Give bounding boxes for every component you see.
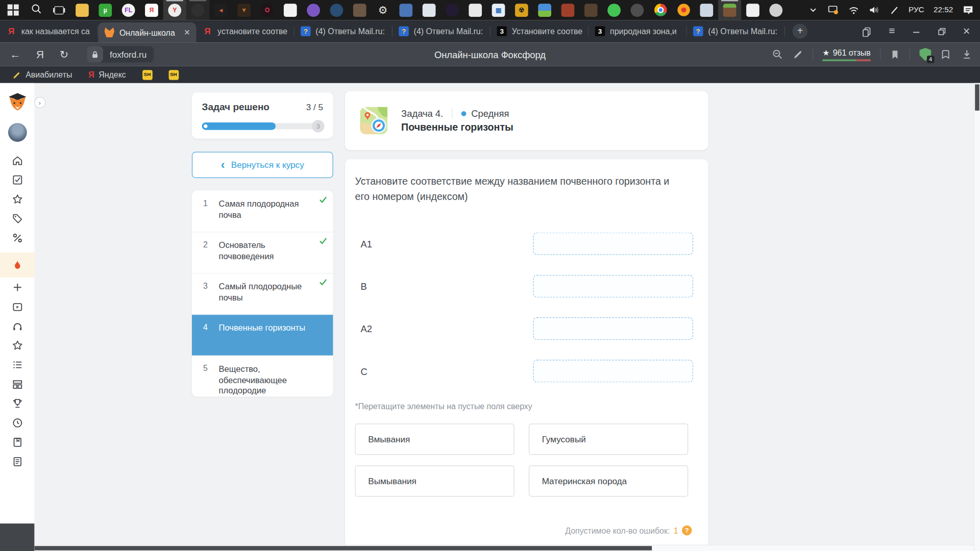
- volume-icon[interactable]: [869, 5, 880, 15]
- taskbar-steam[interactable]: [325, 0, 348, 20]
- user-avatar[interactable]: [8, 123, 27, 142]
- window-close-button[interactable]: ×: [963, 24, 970, 38]
- drag-option[interactable]: Вымывания: [355, 465, 514, 496]
- new-tab-button[interactable]: +: [793, 24, 807, 39]
- taskbar-yandex-music[interactable]: [672, 0, 695, 20]
- browser-tab[interactable]: 3природная зона,и: [589, 20, 687, 42]
- collections-icon[interactable]: [941, 49, 952, 60]
- taskbar-bluestacks[interactable]: [533, 0, 556, 20]
- tab-close-icon[interactable]: ×: [184, 27, 190, 38]
- browser-tab[interactable]: Яустановите соотве: [196, 20, 294, 42]
- sidebar-news-icon[interactable]: [0, 452, 34, 471]
- taskbar-blue-notes[interactable]: [395, 0, 418, 20]
- yandex-alice-icon[interactable]: Я: [36, 49, 44, 60]
- bookmark-yandex[interactable]: Я Яндекс: [88, 70, 126, 79]
- browser-tab[interactable]: ?(4) Ответы Mail.ru:: [393, 20, 491, 42]
- taskbar-viber[interactable]: [302, 0, 325, 20]
- taskbar-fl-studio[interactable]: FL: [117, 0, 140, 20]
- taskbar-blue-tiles[interactable]: ▦: [487, 0, 510, 20]
- sidebar-discounts-icon[interactable]: [0, 228, 34, 247]
- taskbar-ms-store[interactable]: [741, 0, 764, 20]
- vertical-scrollbar-thumb[interactable]: [975, 84, 979, 110]
- browser-tab[interactable]: ?(4) Ответы Mail.ru:: [687, 20, 785, 42]
- window-maximize-button[interactable]: [938, 27, 946, 36]
- taskbar-defender-shield[interactable]: ▼: [233, 0, 256, 20]
- bookmark-sh-1[interactable]: SH: [142, 70, 153, 80]
- drag-option[interactable]: Вмывания: [355, 423, 514, 455]
- taskbar-hidden-app[interactable]: [186, 0, 209, 20]
- site-reviews[interactable]: ★961 отзыв: [822, 48, 870, 61]
- dropzone-А2[interactable]: [533, 317, 693, 340]
- tray-display-icon[interactable]: [827, 5, 839, 16]
- help-icon[interactable]: ?: [682, 525, 692, 536]
- taskbar-white-app[interactable]: [464, 0, 487, 20]
- taskbar-chrome[interactable]: [649, 0, 672, 20]
- taskbar-yandex[interactable]: Я: [140, 0, 163, 20]
- task-item-5[interactable]: 5Вещество, обеспечивающее плодородие: [192, 356, 333, 397]
- clock[interactable]: 22:52: [934, 6, 953, 14]
- taskbar-game-portrait[interactable]: [348, 0, 371, 20]
- taskbar-xbox[interactable]: [765, 0, 788, 20]
- turbo-rocket-icon[interactable]: [793, 49, 803, 60]
- browser-menu-icon[interactable]: ≡: [889, 25, 895, 37]
- notification-center-icon[interactable]: [963, 5, 974, 15]
- taskbar-media-swirl[interactable]: [440, 0, 463, 20]
- sidebar-favorites-icon[interactable]: [0, 189, 34, 209]
- taskbar-minecraft[interactable]: [718, 0, 741, 20]
- dropzone-С[interactable]: [533, 360, 693, 382]
- taskbar-text-document[interactable]: [279, 0, 302, 20]
- sidebar-achievements-icon[interactable]: [0, 393, 34, 413]
- wifi-icon[interactable]: [848, 5, 859, 15]
- pen-icon[interactable]: [889, 5, 899, 15]
- dropzone-В[interactable]: [533, 275, 693, 297]
- sidebar-journal-icon[interactable]: [0, 432, 34, 452]
- browser-tab[interactable]: ?(4) Ответы Mail.ru:: [295, 20, 393, 42]
- drag-option[interactable]: Гумусовый: [529, 423, 688, 455]
- tray-chevron-icon[interactable]: [808, 5, 818, 15]
- taskbar-whatsapp[interactable]: [602, 0, 625, 20]
- horizontal-scrollbar-thumb[interactable]: [34, 546, 652, 550]
- sidebar-library-icon[interactable]: [0, 374, 34, 393]
- taskbar-game-brawl[interactable]: [579, 0, 602, 20]
- browser-tab[interactable]: 3Установите соотве: [491, 20, 589, 42]
- taskbar-start[interactable]: [1, 0, 24, 20]
- sidebar-lists-icon[interactable]: [0, 355, 34, 374]
- horizontal-scrollbar[interactable]: [34, 545, 973, 551]
- zoom-out-icon[interactable]: [772, 49, 783, 60]
- sidebar-expand-button[interactable]: ›: [34, 97, 45, 108]
- browser-tab[interactable]: Онлайн-школа×: [98, 22, 196, 42]
- bookmark-sh-2[interactable]: SH: [168, 70, 179, 80]
- taskbar-settings-gear[interactable]: ⚙: [371, 0, 394, 20]
- refresh-button[interactable]: ↻: [60, 49, 68, 60]
- drag-option[interactable]: Материнская порода: [529, 465, 688, 496]
- taskbar-hazard-game[interactable]: ☢: [510, 0, 533, 20]
- taskbar-opera[interactable]: O: [256, 0, 279, 20]
- address-bar[interactable]: foxford.ru: [87, 46, 154, 63]
- taskbar-file-explorer[interactable]: [70, 0, 93, 20]
- sidebar-homework-icon[interactable]: [0, 170, 34, 189]
- task-item-2[interactable]: 2Основатель почвоведения: [192, 232, 333, 273]
- downloads-icon[interactable]: [961, 49, 972, 60]
- back-button[interactable]: ←: [10, 49, 21, 60]
- sidebar-add-icon[interactable]: [0, 278, 34, 297]
- browser-tab[interactable]: Якак называется са: [0, 20, 98, 42]
- protect-shield-icon[interactable]: 4: [919, 48, 931, 61]
- language-indicator[interactable]: РУС: [909, 6, 924, 14]
- bookmark-flag-icon[interactable]: [890, 49, 900, 60]
- task-item-1[interactable]: 1Самая плодородная почва: [192, 190, 333, 232]
- lock-icon[interactable]: [87, 46, 103, 63]
- taskbar-utorrent[interactable]: µ: [94, 0, 117, 20]
- taskbar-game-red[interactable]: [556, 0, 579, 20]
- sidebar-videos-icon[interactable]: [0, 297, 34, 316]
- sidebar-history-icon[interactable]: [0, 413, 34, 432]
- tab-panel-icon[interactable]: [861, 26, 872, 37]
- sidebar-tags-icon[interactable]: [0, 209, 34, 228]
- sidebar-home-icon[interactable]: [0, 151, 34, 170]
- taskbar-hidden-ball[interactable]: [626, 0, 649, 20]
- sidebar-streak-flame-icon[interactable]: [0, 253, 34, 278]
- vertical-scrollbar[interactable]: [974, 83, 980, 551]
- task-item-4[interactable]: 4Почвенные горизонты: [192, 314, 333, 356]
- dropzone-А1[interactable]: [533, 233, 693, 255]
- taskbar-notepad[interactable]: [695, 0, 718, 20]
- taskbar-dark-media-app[interactable]: ◂: [209, 0, 232, 20]
